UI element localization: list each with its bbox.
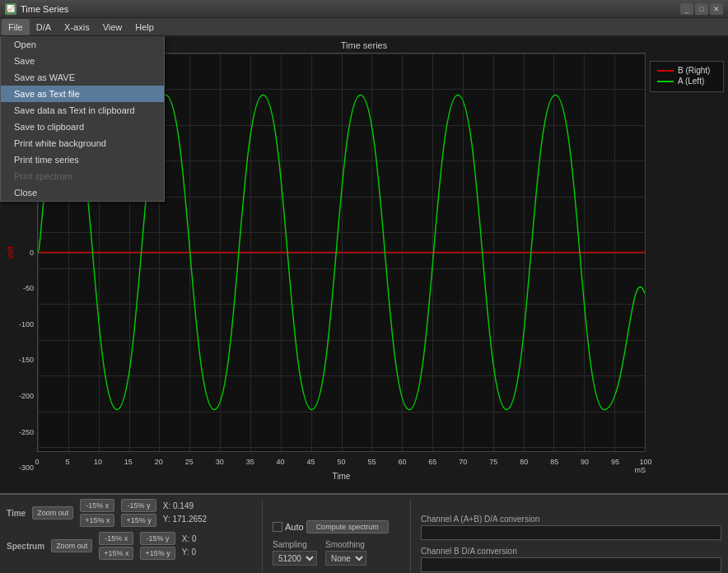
menu-print-white[interactable]: Print white background [1, 135, 164, 151]
spec-y-label: Y: [182, 547, 189, 557]
x-label-50: 50 [337, 458, 345, 466]
channel-b-box[interactable] [421, 557, 721, 572]
spec-x-minus[interactable]: -15% x [99, 532, 133, 545]
time-x-value: 0.149 [173, 501, 194, 510]
x-label-75: 75 [489, 458, 497, 466]
file-dropdown: Open Save Save as WAVE Save as Text file… [0, 36, 165, 202]
x-label-20: 20 [155, 458, 163, 466]
menu-save-clipboard[interactable]: Save to clipboard [1, 119, 164, 135]
menu-close[interactable]: Close [1, 184, 164, 201]
window-controls: _ □ ✕ [680, 3, 723, 15]
x-label-25: 25 [185, 458, 194, 466]
time-zoom-out[interactable]: Zoom out [32, 506, 73, 519]
x-label-70: 70 [459, 458, 467, 466]
x-label-15: 15 [124, 458, 133, 466]
x-label-55: 55 [367, 458, 376, 466]
spectrum-label: Spectrum [7, 542, 44, 551]
time-y-value: 171.2652 [172, 515, 207, 524]
sampling-select[interactable]: 51200 [273, 551, 317, 566]
menu-save-text-clipboard[interactable]: Save data as Text in clipboard [1, 102, 164, 119]
x-label-95: 95 [611, 458, 619, 466]
x-label-30: 30 [216, 458, 224, 466]
time-controls: Time Zoom out -15% x +15% x -15% y +15% … [7, 499, 245, 527]
y-label-150: -150 [19, 356, 34, 364]
time-x-coord: X: 0.149 [163, 500, 207, 513]
time-x-label: X: [163, 501, 170, 510]
x-label-40: 40 [277, 458, 285, 466]
auto-checkbox[interactable] [273, 522, 282, 532]
bottom-panel: Time Zoom out -15% x +15% x -15% y +15% … [0, 493, 728, 573]
app-icon: 📈 [5, 3, 16, 15]
y-label-250: -250 [19, 428, 34, 436]
smoothing-select[interactable]: None [325, 551, 366, 566]
spec-x-label: X: [182, 534, 189, 543]
title-bar: 📈 Time Series _ □ ✕ [0, 0, 728, 18]
menu-save-text[interactable]: Save as Text file [1, 86, 164, 102]
close-button[interactable]: ✕ [710, 3, 723, 15]
menu-save-wave[interactable]: Save as WAVE [1, 69, 164, 86]
maximize-button[interactable]: □ [695, 3, 708, 15]
legend-item-b: B (Right) [657, 66, 716, 75]
x-label-45: 45 [307, 458, 315, 466]
x-label-0: 0 [35, 458, 39, 466]
x-label-65: 65 [428, 458, 436, 466]
channel-b-group: Channel B D/A conversion [421, 547, 721, 572]
x-label-5: 5 [65, 458, 69, 466]
spectrum-controls: Spectrum Zoom out -15% x +15% x -15% y +… [7, 532, 245, 560]
menu-print-series[interactable]: Print time series [1, 151, 164, 168]
x-axis-unit: mS [635, 466, 646, 474]
legend-label-a: A (Left) [678, 77, 704, 86]
channel-a-label: Channel A (A+B) D/A conversion [421, 515, 721, 524]
x-axis-title: Time [333, 472, 351, 481]
time-y-minus[interactable]: -15% y [121, 499, 156, 512]
sampling-label: Sampling [273, 540, 317, 549]
menu-open[interactable]: Open [1, 36, 164, 53]
spectrum-zoom-out[interactable]: Zoom out [51, 539, 92, 552]
sampling-group: Sampling 51200 [273, 540, 317, 566]
auto-label: Auto [285, 522, 304, 532]
legend-color-b [657, 70, 674, 72]
legend: B (Right) A (Left) [650, 61, 724, 92]
menu-save[interactable]: Save [1, 53, 164, 69]
legend-item-a: A (Left) [657, 77, 716, 86]
x-label-90: 90 [581, 458, 589, 466]
x-label-85: 85 [550, 458, 558, 466]
x-label-80: 80 [520, 458, 528, 466]
x-label-100: 100 [639, 458, 651, 466]
smoothing-group: Smoothing None [325, 540, 366, 566]
y-label-200: -200 [19, 392, 34, 400]
channel-b-label: Channel B D/A conversion [421, 547, 721, 556]
menu-help[interactable]: Help [128, 19, 161, 35]
sampling-smoothing-row: Sampling 51200 Smoothing None [273, 540, 394, 566]
spec-y-plus[interactable]: +15% y [140, 547, 175, 560]
time-y-coord: Y: 171.2652 [163, 513, 207, 526]
x-label-60: 60 [398, 458, 406, 466]
menu-xaxis[interactable]: X-axis [58, 19, 96, 35]
menu-file[interactable]: File [2, 19, 30, 35]
spec-x-plus[interactable]: +15% x [99, 547, 133, 560]
y-label-300: -300 [19, 464, 34, 472]
menu-da[interactable]: D/A [30, 19, 58, 35]
channel-a-group: Channel A (A+B) D/A conversion [421, 515, 721, 540]
channel-a-box[interactable] [421, 525, 721, 540]
spec-y-minus[interactable]: -15% y [140, 532, 175, 545]
menu-print-spectrum: Print spectrum [1, 168, 164, 184]
spec-x-coord: X: 0 [182, 533, 197, 546]
legend-color-a [657, 81, 674, 82]
menu-view[interactable]: View [96, 19, 129, 35]
time-y-label: Y: [163, 515, 170, 524]
time-y-plus[interactable]: +15% y [121, 514, 156, 527]
time-x-plus[interactable]: +15% x [80, 514, 114, 527]
auto-compute-row: Auto Compute spectrum [273, 520, 394, 533]
time-x-minus[interactable]: -15% x [80, 499, 114, 512]
y-axis-title: volt [6, 246, 15, 259]
smoothing-label: Smoothing [325, 540, 366, 549]
compute-spectrum-button[interactable]: Compute spectrum [306, 520, 389, 533]
spec-y-value: 0 [191, 547, 196, 557]
x-label-10: 10 [94, 458, 102, 466]
legend-label-b: B (Right) [678, 66, 710, 75]
spec-x-value: 0 [192, 534, 197, 543]
y-label-50: -50 [23, 284, 34, 292]
minimize-button[interactable]: _ [680, 3, 693, 15]
time-label: Time [7, 509, 26, 518]
